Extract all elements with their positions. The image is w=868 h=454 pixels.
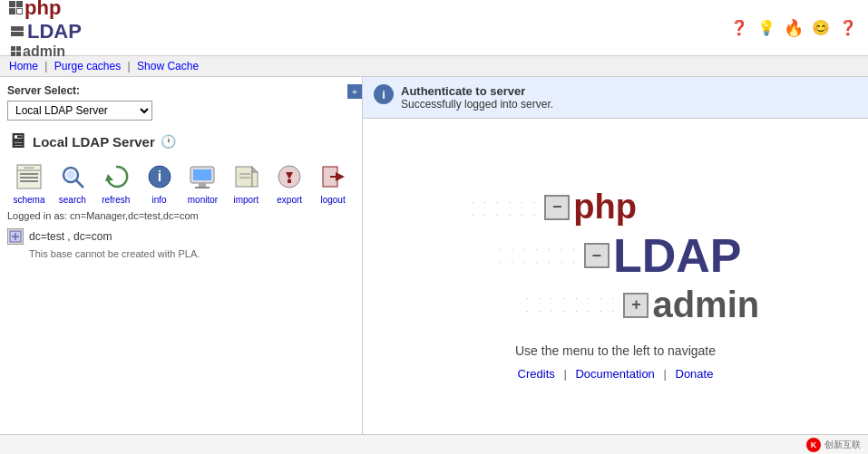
svg-text:═══: ═══: [24, 165, 34, 170]
footer-sep2: |: [663, 367, 666, 381]
schema-button[interactable]: ═══ schema: [7, 160, 51, 205]
monitor-button[interactable]: monitor: [181, 160, 225, 205]
left-panel: + Server Select: Local LDAP Server 🖥 Loc…: [0, 77, 363, 449]
header-icons: ❓ 💡 🔥 😊 ❓: [728, 17, 859, 39]
help-icon[interactable]: ❓: [728, 17, 750, 39]
server-select[interactable]: Local LDAP Server: [7, 101, 152, 121]
bottom-bar: K 创新互联: [0, 434, 868, 454]
svg-rect-15: [195, 187, 210, 188]
logout-icon: [317, 160, 349, 193]
watermark-text: 创新互联: [824, 439, 861, 451]
svg-rect-4: [20, 177, 38, 179]
main: + Server Select: Local LDAP Server 🖥 Loc…: [0, 77, 868, 449]
auth-banner: i Authenticate to server Successfully lo…: [363, 77, 868, 119]
server-heading: 🖥 Local LDAP Server 🕐: [7, 130, 355, 153]
tree-item-icon: [7, 228, 24, 245]
logo-ldap-text: LDAP: [27, 20, 82, 43]
import-button[interactable]: import: [224, 160, 268, 205]
right-panel: i Authenticate to server Successfully lo…: [363, 77, 868, 449]
logo-php-text: php: [24, 0, 61, 20]
logo-area: · · · · · · · · · · · · − php · · · · · …: [363, 119, 868, 449]
auth-subtitle: Successfully logged into server.: [401, 98, 553, 111]
info-button[interactable]: i info: [138, 160, 181, 205]
export-button[interactable]: export: [268, 160, 311, 205]
fire-icon[interactable]: 🔥: [783, 17, 805, 39]
big-php: php: [573, 188, 637, 227]
server-name: Local LDAP Server: [33, 134, 155, 150]
logo-minus-box1: −: [544, 195, 573, 220]
svg-rect-23: [288, 179, 291, 183]
watermark: K 创新互联: [806, 438, 861, 452]
schema-icon: ═══: [13, 160, 45, 193]
svg-text:i: i: [157, 169, 161, 184]
svg-rect-5: [20, 180, 38, 182]
footer-sep1: |: [563, 367, 566, 381]
monitor-label: monitor: [188, 195, 218, 205]
import-label: import: [233, 195, 258, 205]
expand-button[interactable]: +: [347, 84, 362, 99]
server-select-label: Server Select:: [7, 84, 355, 97]
refresh-icon: [100, 160, 132, 193]
header: php LDAP admin ❓ 💡: [0, 0, 868, 56]
dots-col2: · · · · · · · · · · · · · ·: [499, 245, 579, 267]
refresh-label: refresh: [102, 195, 130, 205]
import-icon: [229, 160, 262, 193]
export-icon: [273, 160, 306, 193]
schema-label: schema: [13, 195, 44, 205]
documentation-link[interactable]: Documentation: [575, 367, 654, 381]
server-select-wrapper: Local LDAP Server: [7, 101, 355, 121]
info-icon: i: [143, 160, 176, 193]
computer-icon: 🖥: [7, 130, 27, 153]
footer-links: Credits | Documentation | Donate: [518, 367, 714, 381]
big-admin: admin: [652, 285, 759, 325]
dots-col3: · · · · · · · · · · · · · · · ·: [526, 294, 619, 316]
logo: php LDAP admin: [9, 0, 85, 60]
monitor-icon: [186, 160, 219, 193]
dots-col1: · · · · · · · · · · · ·: [472, 198, 540, 220]
svg-point-8: [66, 170, 75, 179]
svg-rect-18: [252, 172, 258, 187]
svg-rect-13: [193, 169, 211, 180]
donate-link[interactable]: Donate: [676, 367, 714, 381]
logo-minus-box2: −: [584, 243, 610, 268]
svg-rect-14: [199, 183, 206, 187]
watermark-icon: K: [806, 438, 821, 452]
logout-label: logout: [320, 195, 345, 205]
navbar: Home | Purge caches | Show Cache: [0, 56, 868, 77]
toolbar: ═══ schema search: [7, 160, 355, 205]
auth-text: Authenticate to server Successfully logg…: [401, 84, 553, 111]
question-icon[interactable]: ❓: [837, 17, 859, 39]
logo-admin-text: admin: [23, 43, 65, 60]
info-label: info: [152, 195, 167, 205]
big-ldap: LDAP: [613, 228, 742, 283]
svg-rect-3: [20, 173, 38, 175]
search-button[interactable]: search: [51, 160, 94, 205]
home-link[interactable]: Home: [9, 60, 38, 72]
svg-marker-17: [252, 167, 258, 172]
export-label: export: [277, 195, 302, 205]
credits-link[interactable]: Credits: [518, 367, 555, 381]
purge-caches-link[interactable]: Purge caches: [54, 60, 121, 72]
bulb-icon[interactable]: 💡: [756, 17, 777, 39]
logged-in-info: Logged in as: cn=Manager,dc=test,dc=com: [7, 210, 355, 221]
svg-line-7: [76, 180, 83, 188]
auth-info-icon: i: [374, 84, 394, 104]
navigate-text: Use the menu to the left to navigate: [515, 343, 716, 358]
nav-sep2: |: [128, 60, 131, 72]
search-label: search: [59, 195, 86, 205]
svg-rect-16: [236, 167, 252, 187]
logout-button[interactable]: logout: [311, 160, 355, 205]
clock-icon: 🕐: [161, 134, 176, 149]
tree-item[interactable]: dc=test , dc=com: [7, 228, 355, 245]
tree-note: This base cannot be created with PLA.: [29, 248, 355, 259]
show-cache-link[interactable]: Show Cache: [137, 60, 199, 72]
big-logo: · · · · · · · · · · · · − php · · · · · …: [472, 188, 759, 325]
tree-item-label: dc=test , dc=com: [29, 230, 112, 243]
smile-icon[interactable]: 😊: [810, 17, 832, 39]
nav-sep1: |: [44, 60, 47, 72]
search-icon: [56, 160, 89, 193]
svg-marker-9: [105, 174, 113, 181]
auth-title: Authenticate to server: [401, 84, 553, 98]
logo-plus-box: +: [623, 293, 649, 318]
refresh-button[interactable]: refresh: [94, 160, 138, 205]
